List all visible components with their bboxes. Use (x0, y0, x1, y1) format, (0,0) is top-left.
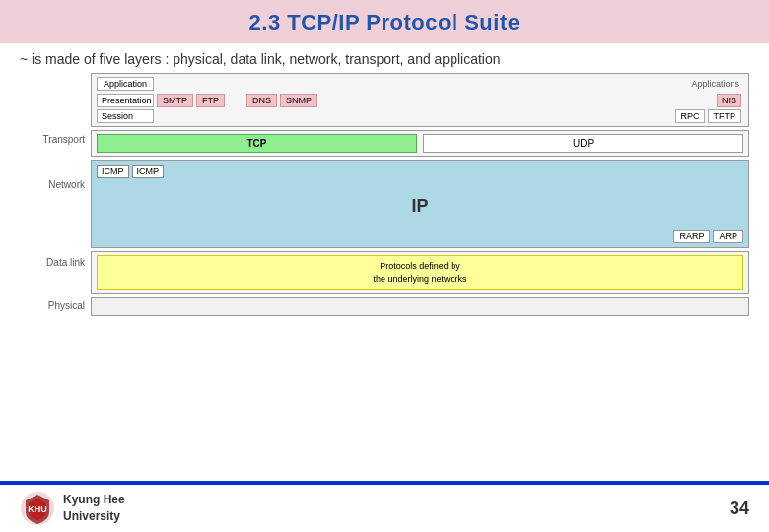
ftp-box: FTP (196, 94, 225, 107)
physical-label: Physical (20, 297, 91, 316)
session-sublabel: Session (97, 109, 154, 123)
icmp-row: ICMP ICMP (97, 165, 743, 178)
transport-content: TCP UDP (91, 130, 749, 157)
protocols-box: Protocols defined bythe underlying netwo… (97, 255, 743, 290)
rarp-box: RARP (673, 230, 710, 243)
application-label (20, 73, 91, 127)
icmp-box-2: ICMP (132, 165, 165, 178)
slide-title: 2.3 TCP/IP Protocol Suite (0, 0, 769, 43)
university-logo: KHU (20, 491, 55, 526)
page-number: 34 (730, 499, 749, 519)
icmp-box-1: ICMP (97, 165, 129, 178)
rpc-box: RPC (675, 109, 704, 123)
university-name: Kyung Hee University (63, 492, 125, 525)
subtitle-text: ~ is made of five layers : physical, dat… (0, 43, 769, 71)
svg-text:KHU: KHU (28, 504, 47, 514)
arp-box: ARP (713, 230, 743, 243)
title-text: 2.3 TCP/IP Protocol Suite (249, 10, 521, 34)
datalink-layer: Data link Protocols defined bythe underl… (20, 251, 749, 294)
smtp-box: SMTP (157, 94, 193, 107)
application-content: Application Applications Presentation SM… (91, 73, 749, 127)
dns-box: DNS (246, 94, 277, 107)
applications-sublabel: Applications (691, 79, 743, 89)
application-layer: Application Applications Presentation SM… (20, 73, 749, 127)
footer: KHU Kyung Hee University 34 (0, 485, 769, 532)
snmp-box: SNMP (280, 94, 317, 107)
tcp-box: TCP (97, 134, 417, 153)
network-content: ICMP ICMP IP RARP ARP (91, 160, 749, 248)
network-label: Network (20, 160, 91, 248)
tftp-box: TFTP (708, 109, 742, 123)
network-layer: Network ICMP ICMP IP RARP ARP (20, 160, 749, 248)
rarp-arp-row: RARP ARP (97, 230, 743, 243)
physical-layer: Physical (20, 297, 749, 316)
ip-label: IP (411, 196, 428, 217)
transport-label: Transport (20, 130, 91, 157)
application-box: Application (97, 77, 154, 91)
physical-content (91, 297, 749, 316)
transport-layer: Transport TCP UDP (20, 130, 749, 157)
ip-container: IP (97, 182, 743, 230)
nis-box: NIS (717, 94, 741, 107)
presentation-sublabel: Presentation (97, 94, 154, 107)
datalink-label: Data link (20, 251, 91, 294)
datalink-content: Protocols defined bythe underlying netwo… (91, 251, 749, 294)
udp-box: UDP (423, 134, 743, 153)
logo-area: KHU Kyung Hee University (20, 491, 125, 526)
